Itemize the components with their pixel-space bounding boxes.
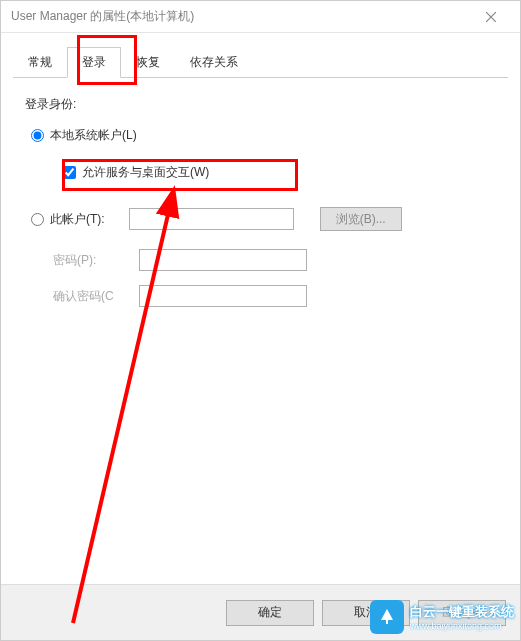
- confirm-password-row: 确认密码(C: [53, 285, 496, 307]
- svg-rect-4: [386, 620, 388, 624]
- confirm-password-label: 确认密码(C: [53, 288, 139, 305]
- tab-dependencies[interactable]: 依存关系: [175, 47, 253, 77]
- watermark-main: 白云一键重装系统: [410, 603, 514, 621]
- close-icon: [486, 12, 496, 22]
- login-tab-panel: 登录身份: 本地系统帐户(L) 允许服务与桌面交互(W) 此帐户(T): 浏览(…: [13, 78, 508, 307]
- dialog-window: User Manager 的属性(本地计算机) 常规 登录 恢复 依存关系 登录…: [0, 0, 521, 641]
- this-account-label: 此帐户(T):: [50, 211, 105, 228]
- ok-button[interactable]: 确定: [226, 600, 314, 626]
- allow-desktop-checkbox[interactable]: [63, 166, 76, 179]
- local-system-row[interactable]: 本地系统帐户(L): [31, 127, 496, 144]
- login-identity-label: 登录身份:: [25, 96, 496, 113]
- close-button[interactable]: [472, 1, 510, 33]
- watermark-sub: www.baiyunxitong.com: [410, 621, 514, 631]
- window-title: User Manager 的属性(本地计算机): [11, 8, 472, 25]
- tab-recovery[interactable]: 恢复: [121, 47, 175, 77]
- browse-button: 浏览(B)...: [320, 207, 402, 231]
- this-account-input[interactable]: [129, 208, 294, 230]
- password-input[interactable]: [139, 249, 307, 271]
- allow-desktop-row[interactable]: 允许服务与桌面交互(W): [53, 156, 496, 189]
- tab-login[interactable]: 登录: [67, 47, 121, 78]
- confirm-password-input[interactable]: [139, 285, 307, 307]
- this-account-row[interactable]: 此帐户(T): 浏览(B)...: [31, 207, 496, 231]
- local-system-radio[interactable]: [31, 129, 44, 142]
- allow-desktop-label: 允许服务与桌面交互(W): [82, 164, 209, 181]
- password-row: 密码(P):: [53, 249, 496, 271]
- password-label: 密码(P):: [53, 252, 139, 269]
- watermark: 白云一键重装系统 www.baiyunxitong.com: [370, 600, 514, 634]
- titlebar: User Manager 的属性(本地计算机): [1, 1, 520, 33]
- local-system-label: 本地系统帐户(L): [50, 127, 137, 144]
- content-area: 常规 登录 恢复 依存关系 登录身份: 本地系统帐户(L) 允许服务与桌面交互(…: [1, 33, 520, 584]
- tab-bar: 常规 登录 恢复 依存关系: [13, 47, 508, 78]
- this-account-radio[interactable]: [31, 213, 44, 226]
- tab-general[interactable]: 常规: [13, 47, 67, 77]
- watermark-icon: [370, 600, 404, 634]
- watermark-text: 白云一键重装系统 www.baiyunxitong.com: [410, 603, 514, 631]
